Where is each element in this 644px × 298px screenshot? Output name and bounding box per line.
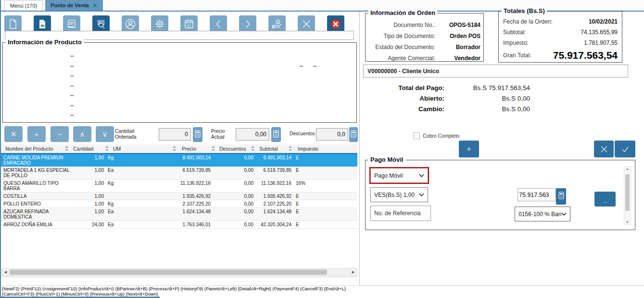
calculator-icon — [351, 130, 356, 140]
calculator-icon — [195, 130, 201, 140]
tab-close-icon[interactable]: ✕ — [92, 2, 98, 9]
add-payment-button[interactable]: + — [459, 141, 479, 157]
order-date-label: Fecha de la Orden: — [503, 18, 553, 25]
cell-disc: 0,00 — [212, 180, 254, 192]
column-header-7[interactable]: Impuesto — [298, 146, 318, 152]
table-row[interactable]: POLLO ENTERO1,00Kg2.107.225,200,002.107.… — [1, 200, 357, 208]
totals-panel: Totales (Bs.S) Fecha de la Orden:10/02/2… — [498, 11, 622, 63]
print-receipt-button[interactable] — [63, 15, 80, 33]
cell-price: 1.935.426,92 — [145, 193, 212, 200]
cell-qty: 1,00 — [71, 180, 105, 192]
table-row[interactable]: COSTILLA1,001.935.426,920,001.935.426,92… — [1, 193, 357, 200]
sort-icon[interactable] — [105, 146, 109, 152]
next-record-icon — [242, 19, 253, 29]
history-calendar-button[interactable]: 31 — [180, 15, 198, 33]
pago-movil-legend: Pago Móvil — [368, 156, 405, 163]
tab-punto-de-venta[interactable]: Punto de Venta ✕ — [45, 0, 102, 11]
vertical-scrollbar[interactable]: ▲ ▼ — [624, 166, 631, 225]
table-row[interactable]: QUESO AMARILLO TIPO BARRA1,00Kg11.136.92… — [1, 180, 357, 193]
cell-sub: 2.107.225,20 — [254, 200, 292, 207]
document-type-value: Orden POS — [440, 33, 480, 39]
horizontal-scrollbar-thumb[interactable] — [10, 270, 327, 275]
remove-payment-button[interactable]: _ — [594, 192, 616, 207]
open-amount-value: Bs.S 0,00 — [444, 95, 530, 104]
open-document-button[interactable] — [34, 15, 51, 33]
cell-qty: 1,00 — [71, 167, 105, 179]
scroll-down-icon[interactable]: ▼ — [626, 220, 629, 224]
sort-icon[interactable] — [65, 146, 68, 152]
column-header-6[interactable]: Subtotal — [259, 146, 278, 152]
new-document-button[interactable] — [4, 15, 22, 33]
process-gear-button[interactable] — [151, 15, 168, 33]
table-row[interactable]: CARNE MOLIDA PREMIUN EMPACADO1,00Kg8.491… — [1, 154, 357, 167]
discount-calculator-button[interactable] — [349, 127, 358, 142]
horizontal-scrollbar[interactable]: ◄ ► — [1, 268, 357, 276]
subtract-line-button[interactable]: − — [51, 126, 69, 142]
svg-text:31: 31 — [187, 24, 191, 28]
move-up-button[interactable]: ∧ — [73, 126, 91, 142]
business-partner-icon — [124, 18, 137, 30]
product-info-placeholder-extra1: -- — [300, 63, 303, 68]
customer-input[interactable] — [363, 65, 628, 78]
next-record-button[interactable] — [239, 15, 256, 33]
price-actual-field[interactable]: 0,00 — [236, 128, 269, 141]
sort-icon[interactable] — [212, 146, 215, 152]
sales-agent-value: Vendedor — [440, 55, 480, 62]
change-label: Cambio: — [360, 105, 444, 115]
close-window-button[interactable] — [327, 15, 344, 33]
qty-calculator-button[interactable] — [193, 127, 202, 142]
scroll-up-icon[interactable]: ▲ — [626, 167, 629, 170]
cell-name: AZUCAR REFINADA DOMESTICA — [1, 208, 71, 220]
line-controls: ✕ + − ∧ ∨ Cantidad Ordenada 0 Precio Act… — [1, 126, 360, 144]
amount-calculator-button[interactable] — [556, 188, 566, 205]
previous-record-button[interactable] — [210, 15, 227, 33]
discount-field[interactable]: 0,0 — [316, 128, 348, 141]
column-header-1[interactable]: Nombre del Producto — [5, 146, 53, 152]
vertical-scrollbar-thumb[interactable] — [625, 174, 630, 211]
table-row[interactable]: ARROZ DOÑA EMILIA24,00Ea1.763.346,010,00… — [1, 221, 357, 229]
product-search-button[interactable] — [92, 15, 110, 33]
payment-pane: Información de Orden Documento No.:OPOS-… — [360, 12, 644, 285]
tab-menu[interactable]: Menú (170) — [4, 0, 43, 11]
table-row[interactable]: MORTADELA 1 KG ESPECIAL DE POLLO1,00Ea6.… — [1, 167, 357, 180]
qty-ordered-field[interactable]: 0 — [159, 128, 191, 141]
price-calculator-button[interactable] — [271, 127, 281, 142]
delete-line-button[interactable]: ✕ — [4, 126, 23, 142]
move-down-button[interactable]: ∨ — [96, 126, 114, 142]
payment-button[interactable]: S — [268, 15, 286, 33]
currency-select[interactable]: VES(Bs.S) 1,00 — [370, 187, 428, 202]
cell-disc: 0,00 — [212, 221, 254, 228]
reference-number-input[interactable] — [370, 206, 431, 221]
sort-icon[interactable] — [289, 146, 292, 152]
sort-icon[interactable] — [251, 146, 254, 152]
product-field-placeholder: -- — [70, 72, 74, 82]
tab-bar: Menú (170) Punto de Venta ✕ — [1, 0, 644, 12]
sort-icon[interactable] — [173, 146, 176, 152]
payment-amount-input[interactable] — [518, 188, 556, 201]
tender-type-select[interactable]: Pago Móvil — [370, 168, 428, 183]
cell-name: MORTADELA 1 KG ESPECIAL DE POLLO — [1, 167, 71, 179]
scroll-left-icon[interactable]: ◄ — [3, 270, 8, 274]
column-header-2[interactable]: Cantidad — [73, 146, 93, 152]
cancel-payment-button[interactable] — [594, 141, 614, 157]
scroll-right-icon[interactable]: ► — [351, 270, 355, 274]
confirm-payment-button[interactable] — [615, 141, 635, 157]
column-header-4[interactable]: Precio — [182, 146, 196, 152]
process-gear-icon — [154, 18, 165, 30]
collect-complete-checkbox[interactable] — [413, 132, 420, 139]
add-line-button[interactable]: + — [27, 126, 46, 142]
cancel-button[interactable] — [298, 15, 315, 33]
bank-select[interactable]: 0156-100 % Banc — [515, 207, 570, 221]
cell-tax: E — [292, 193, 357, 200]
table-row[interactable]: AZUCAR REFINADA DOMESTICA1,00Ea1.624.134… — [1, 208, 357, 221]
chevron-down-icon — [419, 193, 424, 197]
column-header-3[interactable]: UM — [113, 146, 121, 152]
business-partner-button[interactable] — [122, 15, 139, 33]
currency-value: VES(Bs.S) 1,00 — [374, 192, 419, 198]
open-document-icon — [37, 18, 48, 30]
tab-menu-label: Menú (170) — [10, 3, 37, 9]
cell-price: 2.107.225,20 — [145, 200, 212, 207]
cell-qty: 1,00 — [71, 154, 105, 167]
column-header-5[interactable]: Descuentos — [219, 146, 246, 152]
cell-price: 1.763.346,01 — [145, 221, 212, 228]
